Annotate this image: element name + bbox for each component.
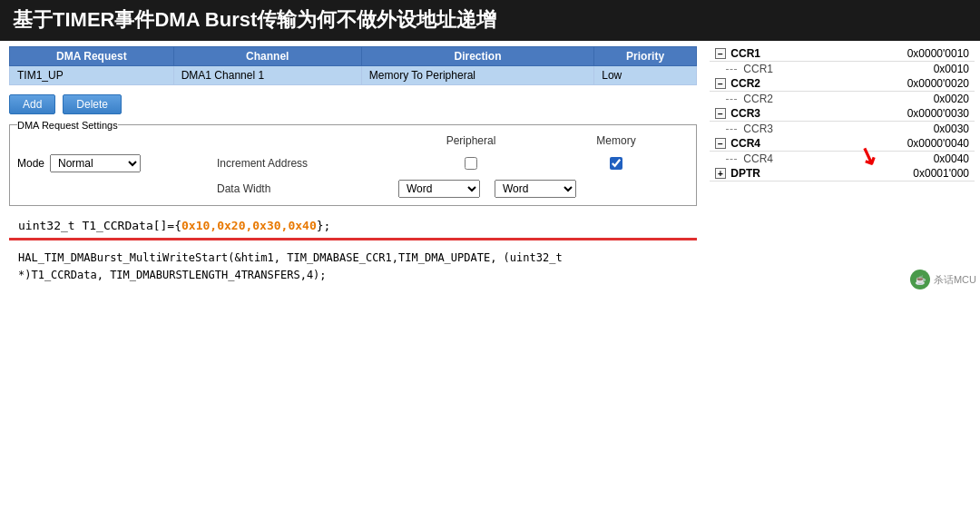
right-panel: − CCR1 0x0000'0010 CCR1 0x0010 − CCR2 0x… [706,41,980,294]
mode-select[interactable]: Normal Circular [50,154,141,172]
cell-direction: Memory To Peripheral [361,65,593,84]
col-priority: Priority [594,46,697,65]
reg-value-1: 0x0000'0020 [838,76,975,92]
reg-minus-2[interactable]: − [715,108,726,119]
reg-name-3: CCR4 [730,137,760,150]
reg-minus-1[interactable]: − [715,78,726,89]
increment-label: Increment Address [217,157,398,170]
reg-row-sub: CCR4 0x0040 [710,151,975,166]
reg-expand-3[interactable]: − CCR4 [710,136,838,152]
reg-sub-name-3: CCR4 [710,151,838,166]
reg-value-3: 0x0000'0040 [838,136,975,152]
reg-row-sub: CCR3 0x0030 [710,121,975,136]
reg-minus-4[interactable]: + [715,168,726,179]
cell-priority: Low [594,65,697,84]
increment-peripheral-checkbox[interactable] [465,157,477,170]
col-header-peripheral: Peripheral [398,134,544,147]
mode-wrap: Mode Normal Circular [17,154,217,172]
reg-minus-0[interactable]: − [715,48,726,59]
reg-row-main[interactable]: + DPTR 0x0001'000 [710,166,975,182]
page-title: 基于TIMER事件DMA Burst传输为何不做外设地址递增 [0,0,980,41]
reg-row-main[interactable]: − CCR3 0x0000'0030 [710,106,975,122]
reg-sub-value-1: 0x0020 [838,91,975,106]
reg-sub-name-0: CCR1 [710,61,838,76]
reg-value-2: 0x0000'0030 [838,106,975,122]
reg-sub-value-0: 0x0010 [838,61,975,76]
register-table: − CCR1 0x0000'0010 CCR1 0x0010 − CCR2 0x… [710,46,975,182]
reg-name-4: DPTR [730,167,760,180]
button-row: Add Delete [9,94,697,114]
reg-expand-0[interactable]: − CCR1 [710,46,838,62]
left-panel: DMA Request Channel Direction Priority T… [0,41,706,294]
watermark-icon: ☕ [910,270,930,289]
reg-row-main[interactable]: − CCR2 0x0000'0020 [710,76,975,92]
reg-row-sub: CCR2 0x0020 [710,91,975,106]
reg-sub-name-2: CCR3 [710,121,838,136]
watermark-text: 杀话MCU [934,273,976,287]
reg-sub-value-2: 0x0030 [838,121,975,136]
dma-table: DMA Request Channel Direction Priority T… [9,46,697,85]
code-line-1: uint32_t T1_CCRData[]={0x10,0x20,0x30,0x… [18,217,688,235]
code-highlight: 0x10,0x20,0x30,0x40 [181,219,317,232]
dma-settings-box: DMA Request Settings Peripheral Memory M… [9,120,697,206]
increment-memory-checkbox-wrap [544,157,689,170]
code-line-2b: *)T1_CCRData, TIM_DMABURSTLENGTH_4TRANSF… [18,267,688,284]
cell-channel: DMA1 Channel 1 [173,65,361,84]
code-suffix: }; [317,219,331,232]
data-width-label: Data Width [217,182,398,195]
reg-minus-3[interactable]: − [715,138,726,149]
data-width-memory-select[interactable]: Byte Half Word Word [495,180,576,198]
reg-name-1: CCR2 [730,77,760,90]
reg-value-4: 0x0001'000 [838,166,975,182]
settings-header: Peripheral Memory [17,134,689,147]
reg-expand-4[interactable]: + DPTR [710,166,838,182]
reg-name-0: CCR1 [730,47,760,60]
mode-row: Mode Normal Circular Increment Address [17,154,689,172]
code-section-2: HAL_TIM_DMABurst_MultiWriteStart(&htim1,… [9,246,697,288]
reg-row-sub: CCR1 0x0010 [710,61,975,76]
reg-sub-value-3: 0x0040 [838,151,975,166]
table-row[interactable]: TIM1_UP DMA1 Channel 1 Memory To Periphe… [10,65,697,84]
col-dma-request: DMA Request [10,46,174,65]
reg-sub-name-1: CCR2 [710,91,838,106]
increment-memory-checkbox[interactable] [610,157,622,170]
data-width-peripheral-select[interactable]: Byte Half Word Word [398,180,480,198]
reg-row-main[interactable]: − CCR1 0x0000'0010 [710,46,975,62]
data-width-row: Data Width Byte Half Word Word Byte Half… [17,180,689,198]
code-section-1: uint32_t T1_CCRData[]={0x10,0x20,0x30,0x… [9,213,697,241]
data-width-selects: Byte Half Word Word Byte Half Word Word [398,180,576,198]
cell-dma-request: TIM1_UP [10,65,174,84]
col-direction: Direction [361,46,593,65]
delete-button[interactable]: Delete [63,94,122,114]
code-line-2a: HAL_TIM_DMABurst_MultiWriteStart(&htim1,… [18,250,688,267]
col-channel: Channel [173,46,361,65]
reg-value-0: 0x0000'0010 [838,46,975,62]
reg-expand-1[interactable]: − CCR2 [710,76,838,92]
watermark: ☕ 杀话MCU [910,270,976,289]
settings-title: DMA Request Settings [17,120,118,131]
increment-peripheral-checkbox-wrap [398,157,544,170]
add-button[interactable]: Add [9,94,55,114]
mode-label: Mode [17,157,44,170]
code-prefix: uint32_t T1_CCRData[]={ [18,219,181,232]
reg-row-main[interactable]: − CCR4 0x0000'0040 [710,136,975,152]
reg-name-2: CCR3 [730,107,760,120]
reg-expand-2[interactable]: − CCR3 [710,106,838,122]
col-header-memory: Memory [544,134,689,147]
